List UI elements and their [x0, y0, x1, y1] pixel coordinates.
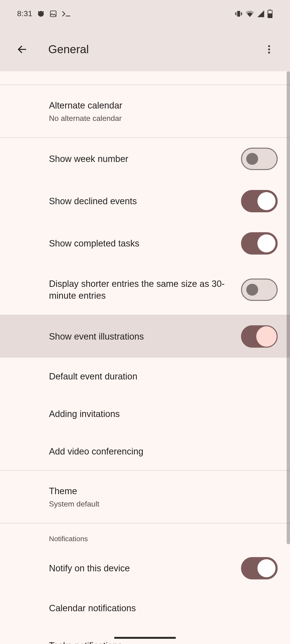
setting-title: Theme — [49, 485, 278, 497]
setting-title: Show completed tasks — [49, 238, 241, 249]
section-header-notifications: Notifications — [0, 523, 290, 547]
setting-calendar-notifications[interactable]: Calendar notifications — [0, 590, 290, 627]
svg-point-5 — [268, 45, 270, 47]
setting-title: Add video conferencing — [49, 446, 278, 457]
svg-rect-3 — [269, 10, 271, 10]
setting-tasks-notifications[interactable]: Tasks notifications — [0, 627, 290, 644]
setting-shorter-entries[interactable]: Display shorter entries the same size as… — [0, 264, 290, 315]
svg-rect-1 — [237, 11, 240, 16]
setting-show-event-illustrations[interactable]: Show event illustrations — [0, 315, 290, 358]
toggle-show-declined-events[interactable] — [241, 190, 278, 212]
setting-add-video-conferencing[interactable]: Add video conferencing — [0, 433, 290, 470]
statusbar: 8:31 — [0, 0, 290, 27]
toggle-notify-on-this-device[interactable] — [241, 557, 278, 580]
toggle-show-week-number[interactable] — [241, 148, 278, 170]
setting-adding-invitations[interactable]: Adding invitations — [0, 395, 290, 433]
back-button[interactable] — [13, 40, 31, 58]
signal-icon — [257, 10, 265, 18]
setting-subtitle: System default — [49, 500, 278, 508]
setting-title: Adding invitations — [49, 408, 278, 420]
statusbar-left: 8:31 — [17, 9, 71, 18]
setting-alternate-calendar[interactable]: Alternate calendar No alternate calendar — [0, 85, 290, 137]
setting-row-partial-top[interactable] — [0, 71, 290, 84]
toggle-show-event-illustrations[interactable] — [241, 325, 278, 348]
setting-show-completed-tasks[interactable]: Show completed tasks — [0, 222, 290, 264]
vibrate-icon — [234, 10, 243, 18]
setting-title: Alternate calendar — [49, 100, 278, 111]
setting-default-event-duration[interactable]: Default event duration — [0, 358, 290, 395]
setting-title: Default event duration — [49, 370, 278, 382]
setting-show-declined-events[interactable]: Show declined events — [0, 180, 290, 222]
scroll-area: Alternate calendar No alternate calendar… — [0, 71, 290, 644]
setting-subtitle: No alternate calendar — [49, 114, 278, 123]
appbar: General — [0, 27, 290, 71]
statusbar-right — [234, 10, 273, 18]
wifi-icon — [245, 10, 254, 18]
svg-rect-0 — [50, 11, 56, 16]
setting-title: Notify on this device — [49, 562, 241, 574]
setting-notify-on-this-device[interactable]: Notify on this device — [0, 547, 290, 590]
nav-handle[interactable] — [114, 637, 176, 639]
setting-show-week-number[interactable]: Show week number — [0, 138, 290, 180]
setting-title: Tasks notifications — [49, 640, 278, 644]
toggle-show-completed-tasks[interactable] — [241, 232, 278, 254]
battery-icon — [267, 10, 273, 18]
setting-title: Display shorter entries the same size as… — [49, 278, 241, 302]
toggle-shorter-entries[interactable] — [241, 278, 278, 301]
settings-content: Alternate calendar No alternate calendar… — [0, 71, 290, 644]
setting-theme[interactable]: Theme System default — [0, 471, 290, 523]
image-icon — [50, 10, 57, 18]
setting-title: Show declined events — [49, 195, 241, 207]
setting-title: Calendar notifications — [49, 602, 278, 614]
statusbar-time: 8:31 — [17, 9, 32, 18]
more-vert-icon — [264, 44, 274, 55]
svg-rect-4 — [268, 13, 272, 18]
svg-point-6 — [268, 48, 270, 50]
page-title: General — [48, 43, 260, 56]
more-menu-button[interactable] — [260, 40, 278, 58]
setting-title: Show event illustrations — [49, 330, 241, 342]
arrow-back-icon — [17, 44, 28, 55]
scrollbar-thumb[interactable] — [287, 71, 290, 544]
terminal-icon — [61, 10, 71, 18]
svg-point-7 — [268, 52, 270, 54]
setting-title: Show week number — [49, 153, 241, 165]
cat-icon — [37, 10, 45, 18]
